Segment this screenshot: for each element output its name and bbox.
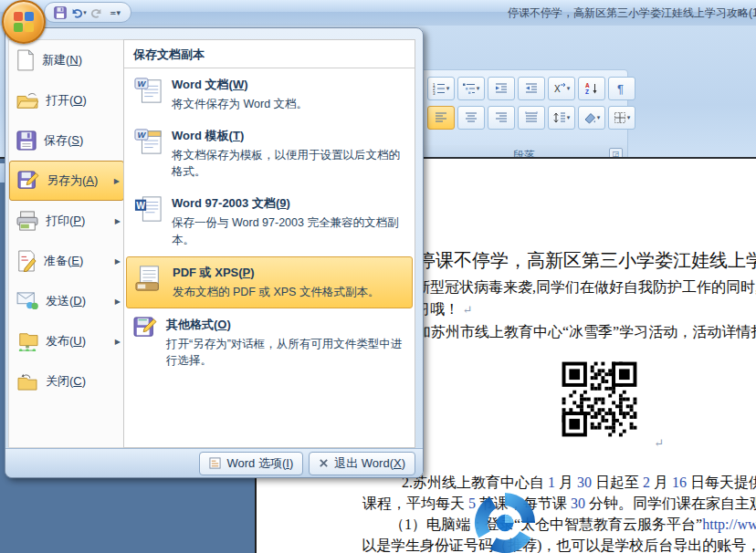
asian-layout-icon: X [553, 82, 566, 95]
save-as-submenu: 保存文档副本 WWord 文档(W)将文件保存为 Word 文档。WWord 模… [123, 39, 415, 448]
pdf-xps-icon [134, 265, 163, 292]
send-icon [16, 292, 38, 310]
decrease-indent-button[interactable] [488, 77, 515, 100]
menu-item-label: 发布(U) [46, 333, 108, 350]
increase-indent-button[interactable] [518, 77, 545, 100]
paragraph-group: 123▾▾X▾AZ¶ ▾▾▾ 段落 ◲ [420, 69, 628, 166]
increase-indent-icon [525, 82, 538, 95]
exit-x-icon [319, 458, 329, 468]
doc-text-line: 课程，平均每天 5 节课，每节课 30 分钟。同学们课在家自主观看。登 [362, 495, 756, 514]
quick-access-toolbar: ▾ ≖▾ [44, 2, 131, 23]
doc-text-line: 习哦！ ↵ [415, 300, 472, 319]
submenu-arrow-icon: ▶ [115, 217, 121, 225]
show-hide-marks-icon: ¶ [615, 82, 628, 95]
submenu-arrow-icon: ▶ [115, 338, 121, 346]
sort-button[interactable]: AZ [578, 77, 605, 100]
svg-text:3: 3 [433, 91, 436, 96]
option-text: Word 97-2003 文档(9)保存一份与 Word 97-2003 完全兼… [172, 195, 405, 247]
save-as-option-word-97-2003[interactable]: WWord 97-2003 文档(9)保存一份与 Word 97-2003 完全… [126, 188, 413, 255]
pilcrow-mark: ↵ [654, 436, 664, 451]
svg-text:W: W [136, 201, 145, 211]
distribute-button[interactable] [518, 106, 545, 130]
save-as-option-word-template[interactable]: WWord 模板(T)将文档保存为模板，以便用于设置以后文档的格式。 [126, 120, 413, 187]
option-text: Word 文档(W)将文件保存为 Word 文档。 [172, 77, 405, 112]
other-formats-icon [133, 317, 157, 339]
submenu-header: 保存文档副本 [124, 40, 415, 68]
paragraph-buttons-row-2: ▾▾▾ [427, 106, 635, 130]
submenu-items: WWord 文档(W)将文件保存为 Word 文档。WWord 模板(T)将文档… [124, 69, 415, 376]
option-description: 发布文档的 PDF 或 XPS 文件格式副本。 [173, 284, 404, 300]
menu-item-label: 准备(E) [44, 253, 108, 269]
office-menu-footer: Word 选项(I) 退出 Word(X) [5, 448, 423, 477]
office-menu-item-close[interactable]: 关闭(C) [9, 361, 124, 402]
office-menu-item-publish[interactable]: 发布(U)▶ [9, 321, 124, 361]
dropdown-arrow-icon: ▾ [83, 9, 87, 16]
undo-button[interactable]: ▾ [70, 5, 87, 21]
print-icon [16, 211, 38, 231]
menu-item-label: 另存为(A) [47, 172, 107, 189]
redo-icon [90, 6, 103, 19]
word-options-icon [209, 457, 221, 469]
word-template-icon: W [133, 128, 163, 155]
numbered-list-button[interactable]: 123▾ [427, 77, 455, 100]
line-spacing-button[interactable]: ▾ [548, 106, 575, 130]
exit-word-button[interactable]: 退出 Word(X) [309, 452, 415, 475]
align-center-button[interactable] [457, 106, 485, 130]
open-folder-icon [16, 91, 38, 110]
save-as-option-word-document[interactable]: WWord 文档(W)将文件保存为 Word 文档。 [126, 69, 413, 120]
office-menu-item-send[interactable]: 发送(D)▶ [9, 281, 124, 321]
office-menu-item-print[interactable]: 打印(P)▶ [9, 201, 124, 241]
save-as-option-pdf-xps[interactable]: PDF 或 XPS(P)发布文档的 PDF 或 XPS 文件格式副本。 [126, 256, 413, 308]
align-left-button[interactable] [427, 106, 455, 130]
dropdown-arrow-icon: ▾ [446, 85, 450, 92]
office-button[interactable] [2, 0, 46, 44]
new-document-icon [16, 49, 35, 71]
option-description: 将文件保存为 Word 文档。 [172, 96, 405, 112]
prepare-icon [16, 250, 37, 272]
svg-text:A: A [585, 82, 590, 89]
align-right-button[interactable] [488, 106, 515, 130]
submenu-arrow-icon: ▶ [115, 257, 121, 266]
svg-text:W: W [138, 79, 147, 89]
office-menu-item-open[interactable]: 打开(O) [9, 80, 124, 120]
dropdown-arrow-icon: ▾ [597, 114, 601, 121]
customize-qat-button[interactable]: ≖▾ [107, 5, 123, 21]
redo-button[interactable] [89, 5, 105, 21]
word-options-button[interactable]: Word 选项(I) [199, 452, 303, 475]
option-title: PDF 或 XPS(P) [173, 265, 404, 281]
borders-icon [614, 111, 626, 124]
doc-text-line: 以是学生身份证号码（推荐)，也可以是学校后台导出的账号，原始密码 [362, 537, 756, 553]
office-menu-item-save[interactable]: 保存(S) [9, 120, 124, 161]
multilevel-list-button[interactable]: ▾ [457, 77, 485, 100]
word-97-2003-icon: W [133, 195, 163, 223]
dropdown-arrow-icon: ▾ [567, 114, 571, 121]
word-options-label: Word 选项(I) [226, 455, 293, 472]
doc-heading: 停课不停学，高新区第三小学娄江娃线上学 [417, 248, 756, 273]
show-hide-marks-button[interactable]: ¶ [608, 77, 635, 100]
align-center-icon [465, 111, 478, 124]
borders-button[interactable]: ▾ [608, 106, 635, 130]
menu-item-label: 打开(O) [46, 92, 121, 109]
submenu-arrow-icon: ▶ [114, 177, 120, 185]
qr-code-image [548, 348, 651, 451]
dropdown-arrow-icon: ▾ [567, 85, 571, 92]
svg-text:¶: ¶ [617, 82, 624, 95]
option-title: Word 模板(T) [172, 128, 405, 144]
svg-text:Z: Z [585, 89, 589, 95]
shading-button[interactable]: ▾ [578, 106, 605, 130]
option-title: Word 文档(W) [172, 77, 405, 93]
office-menu-item-prepare[interactable]: 准备(E)▶ [9, 241, 124, 281]
office-menu-item-new[interactable]: 新建(N) [9, 40, 124, 80]
submenu-arrow-icon: ▶ [115, 297, 121, 306]
save-icon [54, 6, 67, 19]
menu-item-label: 发送(D) [46, 293, 108, 309]
sort-icon: AZ [585, 82, 598, 95]
option-text: 其他格式(O)打开“另存为”对话框，从所有可用文件类型中进行选择。 [166, 317, 405, 369]
dropdown-arrow-icon: ▾ [477, 85, 480, 92]
publish-icon [16, 331, 38, 351]
undo-icon [70, 6, 83, 19]
asian-layout-button[interactable]: X▾ [548, 77, 575, 100]
save-as-option-other-formats[interactable]: 其他格式(O)打开“另存为”对话框，从所有可用文件类型中进行选择。 [126, 309, 413, 376]
office-menu-item-save-as[interactable]: 另存为(A)▶ [9, 161, 124, 201]
save-button[interactable] [52, 5, 68, 21]
